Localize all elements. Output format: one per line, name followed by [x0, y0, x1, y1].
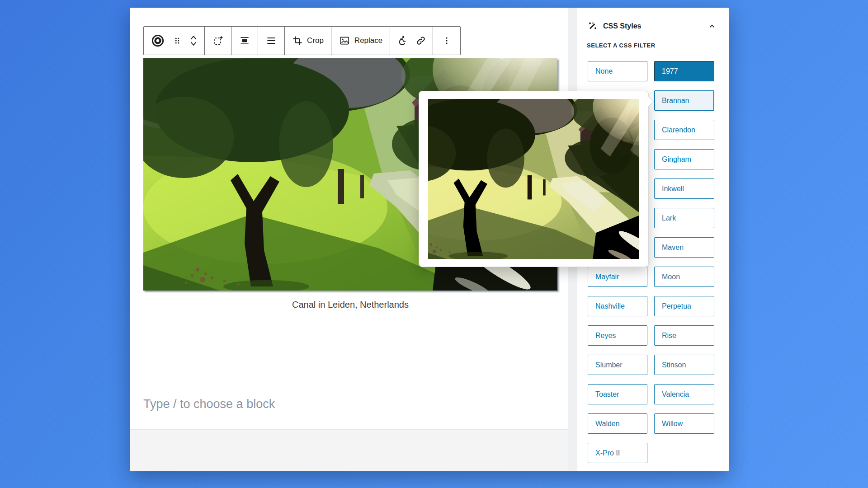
- panel-title: CSS Styles: [603, 22, 641, 30]
- filter-button-stinson[interactable]: Stinson: [654, 355, 714, 375]
- toolbar-group-block: [144, 27, 204, 55]
- filter-button-gingham[interactable]: Gingham: [654, 149, 714, 169]
- crop-button[interactable]: Crop: [287, 27, 329, 55]
- more-options-icon[interactable]: [435, 27, 458, 55]
- justify-icon[interactable]: [260, 27, 282, 55]
- select-frame-icon[interactable]: [207, 27, 229, 55]
- filter-button-none[interactable]: None: [588, 61, 647, 81]
- filter-preview-image: [428, 99, 639, 259]
- move-down-icon[interactable]: [189, 41, 198, 47]
- toolbar-group-select: [204, 27, 231, 55]
- filter-button-maven[interactable]: Maven: [654, 237, 714, 258]
- canvas-footer: [130, 429, 568, 471]
- toolbar-group-more: [433, 27, 460, 55]
- filter-button-clarendon[interactable]: Clarendon: [654, 120, 714, 140]
- filter-button-moon[interactable]: Moon: [654, 267, 714, 287]
- crop-icon: [292, 35, 303, 46]
- filter-button-rise[interactable]: Rise: [654, 325, 714, 346]
- filter-button-nashville[interactable]: Nashville: [588, 296, 647, 316]
- block-movers: [185, 27, 202, 55]
- link-icon[interactable]: [411, 27, 430, 55]
- move-up-icon[interactable]: [189, 34, 198, 41]
- css-styles-panel-header[interactable]: CSS Styles: [587, 19, 717, 34]
- filter-preview-popup: [419, 91, 649, 267]
- toolbar-group-justify: [258, 27, 284, 55]
- block-toolbar: Crop Replace: [143, 26, 461, 55]
- image-caption[interactable]: Canal in Leiden, Netherlands: [143, 300, 557, 310]
- filter-button-xpro2[interactable]: X-Pro II: [588, 443, 647, 463]
- filter-button-brannan[interactable]: Brannan: [654, 90, 714, 111]
- filter-button-walden[interactable]: Walden: [588, 413, 647, 434]
- filter-button-toaster[interactable]: Toaster: [588, 384, 647, 404]
- filter-button-slumber[interactable]: Slumber: [588, 355, 647, 375]
- accessibility-icon[interactable]: [392, 27, 411, 55]
- toolbar-group-replace: Replace: [331, 27, 390, 55]
- chevron-up-icon[interactable]: [707, 21, 717, 31]
- filter-button-1977[interactable]: 1977: [654, 61, 714, 81]
- magic-wand-icon: [587, 21, 598, 32]
- paragraph-block-placeholder[interactable]: Type / to choose a block: [143, 397, 275, 411]
- image-filter-block-icon[interactable]: [146, 27, 170, 55]
- filter-button-perpetua[interactable]: Perpetua: [654, 296, 714, 316]
- filter-button-lark[interactable]: Lark: [654, 208, 714, 228]
- filter-button-willow[interactable]: Willow: [654, 413, 714, 434]
- align-icon[interactable]: [234, 27, 255, 55]
- filter-button-reyes[interactable]: Reyes: [588, 325, 647, 346]
- drag-handle-icon[interactable]: [170, 27, 185, 55]
- filter-button-inkwell[interactable]: Inkwell: [654, 178, 714, 199]
- crop-label: Crop: [307, 36, 324, 45]
- filter-button-valencia[interactable]: Valencia: [654, 384, 714, 404]
- toolbar-group-meta: [390, 27, 433, 55]
- editor-window: Crop Replace: [130, 8, 729, 471]
- filter-section-label: SELECT A CSS FILTER: [587, 42, 656, 49]
- replace-label: Replace: [354, 36, 382, 45]
- toolbar-group-align: [231, 27, 258, 55]
- replace-button[interactable]: Replace: [334, 27, 387, 55]
- replace-image-icon: [339, 35, 350, 47]
- filter-button-mayfair[interactable]: Mayfair: [588, 267, 647, 287]
- toolbar-group-crop: Crop: [284, 27, 331, 55]
